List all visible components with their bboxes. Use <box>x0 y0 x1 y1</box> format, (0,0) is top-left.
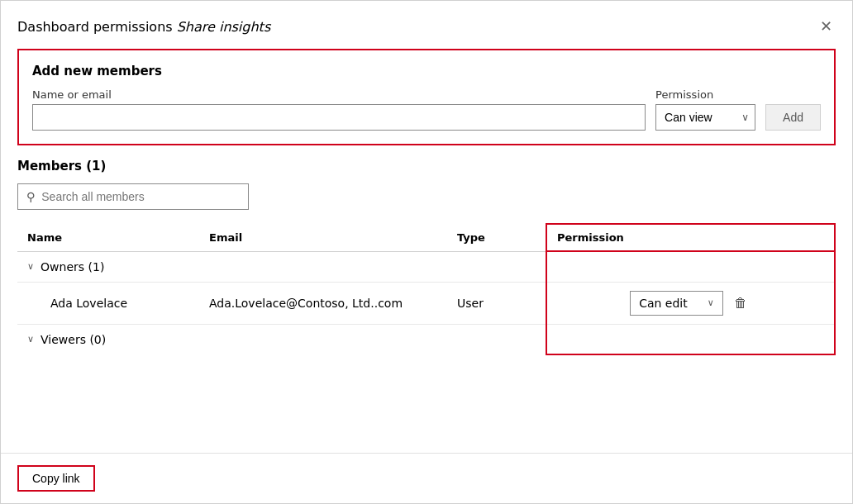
member-name: Ada Lovelace <box>17 282 199 324</box>
permission-group: Permission Can view Can edit Can manage … <box>655 88 755 131</box>
members-heading: Members (1) <box>17 159 836 174</box>
col-email-header: Email <box>199 224 447 251</box>
table-body: ∨ Owners (1) Ada Lovelace Ada.Lovelace@C… <box>17 251 835 354</box>
owners-group-row: ∨ Owners (1) <box>17 251 835 282</box>
add-form-row: Name or email Permission Can view Can ed… <box>32 88 821 131</box>
owners-group-label: Owners (1) <box>41 260 104 273</box>
add-members-section: Add new members Name or email Permission… <box>17 49 836 145</box>
permission-dropdown-wrapper: Can edit ∨ 🗑 <box>557 291 824 316</box>
permission-select[interactable]: Can view Can edit Can manage <box>655 104 755 131</box>
close-icon: ✕ <box>820 17 832 36</box>
dialog-title: Dashboard permissions Share insights <box>17 19 270 35</box>
search-box: ⚲ <box>17 183 249 210</box>
search-input[interactable] <box>41 190 240 203</box>
member-permission-cell: Can edit ∨ 🗑 <box>546 282 835 324</box>
col-type-header: Type <box>447 224 546 251</box>
viewers-group-label: Viewers (0) <box>41 333 106 346</box>
permission-dropdown[interactable]: Can edit ∨ <box>630 291 723 316</box>
dialog-footer: Copy link <box>1 453 852 503</box>
trash-icon: 🗑 <box>734 296 747 311</box>
viewers-group-row: ∨ Viewers (0) <box>17 324 835 354</box>
dialog-header: Dashboard permissions Share insights ✕ <box>1 1 852 49</box>
add-button[interactable]: Add <box>765 104 821 131</box>
table-header-row: Name Email Type Permission <box>17 224 835 251</box>
members-section: Members (1) ⚲ Name Email Type Permission <box>1 159 852 453</box>
owners-group-cell: ∨ Owners (1) <box>17 251 546 282</box>
name-email-input[interactable] <box>32 104 646 131</box>
table-row: Ada Lovelace Ada.Lovelace@Contoso, Ltd..… <box>17 282 835 324</box>
chevron-down-icon: ∨ <box>708 297 714 308</box>
name-email-group: Name or email <box>32 88 646 131</box>
name-email-label: Name or email <box>32 88 646 101</box>
permission-label: Permission <box>655 88 755 101</box>
permission-value: Can edit <box>639 297 688 310</box>
permission-select-wrapper: Can view Can edit Can manage ∨ <box>655 104 755 131</box>
member-type: User <box>447 282 546 324</box>
delete-member-button[interactable]: 🗑 <box>730 292 751 315</box>
copy-link-button[interactable]: Copy link <box>17 465 95 492</box>
owners-group-toggle[interactable]: ∨ Owners (1) <box>27 260 536 273</box>
members-table: Name Email Type Permission ∨ Owners (1) <box>17 223 836 355</box>
chevron-down-icon: ∨ <box>27 261 34 272</box>
dialog: Dashboard permissions Share insights ✕ A… <box>0 0 853 504</box>
search-icon: ⚲ <box>26 190 35 203</box>
col-permission-header: Permission <box>546 224 835 251</box>
close-button[interactable]: ✕ <box>817 14 836 39</box>
member-email: Ada.Lovelace@Contoso, Ltd..com <box>199 282 447 324</box>
col-name-header: Name <box>17 224 199 251</box>
chevron-down-icon: ∨ <box>27 334 34 345</box>
add-members-heading: Add new members <box>32 64 821 78</box>
viewers-group-toggle[interactable]: ∨ Viewers (0) <box>27 333 536 346</box>
viewers-group-cell: ∨ Viewers (0) <box>17 324 546 354</box>
